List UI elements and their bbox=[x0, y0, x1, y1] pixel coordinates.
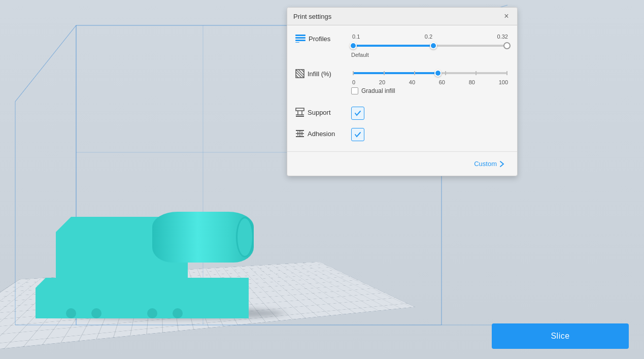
adhesion-control bbox=[351, 128, 509, 141]
svg-line-18 bbox=[298, 70, 304, 75]
print-settings-panel: Print settings × Profiles 0.1 0.2 bbox=[287, 7, 518, 176]
profiles-default-label: Default bbox=[351, 52, 509, 58]
infill-ticks: 0 20 40 60 80 100 bbox=[351, 79, 509, 85]
gradual-infill-label: Gradual infill bbox=[361, 87, 395, 94]
profiles-ticks: 0.1 0.2 0.32 bbox=[351, 34, 509, 40]
profiles-control: 0.1 0.2 0.32 Default bbox=[351, 34, 509, 58]
support-label: Support bbox=[308, 109, 331, 116]
profiles-tick-3: 0.32 bbox=[497, 34, 508, 40]
panel-header: Print settings × bbox=[287, 8, 517, 25]
slice-button[interactable]: Slice bbox=[492, 323, 629, 349]
support-control bbox=[351, 107, 509, 120]
svg-line-17 bbox=[296, 72, 301, 78]
gradual-infill-checkbox[interactable] bbox=[351, 87, 358, 94]
profiles-row: Profiles 0.1 0.2 0.32 bbox=[295, 34, 509, 58]
support-label-container: Support bbox=[295, 107, 351, 117]
infill-tick-100: 100 bbox=[499, 79, 508, 85]
infill-label: Infill (%) bbox=[308, 70, 331, 78]
support-checkmark-icon bbox=[354, 110, 361, 117]
adhesion-checkmark-icon bbox=[354, 131, 361, 138]
infill-row: Infill (%) bbox=[295, 68, 509, 96]
chevron-right-icon bbox=[499, 161, 505, 167]
svg-rect-14 bbox=[295, 42, 299, 43]
profiles-thumb-left[interactable] bbox=[350, 42, 357, 49]
adhesion-label-container: Adhesion bbox=[295, 128, 351, 138]
close-button[interactable]: × bbox=[502, 12, 511, 21]
support-row: Support bbox=[295, 107, 509, 120]
infill-control: 0 20 40 60 80 100 Gradual infill bbox=[351, 68, 509, 94]
profiles-slider-container[interactable] bbox=[353, 42, 507, 50]
adhesion-checkbox[interactable] bbox=[351, 128, 364, 141]
infill-slider-container[interactable] bbox=[353, 69, 507, 77]
adhesion-icon bbox=[295, 129, 304, 138]
profiles-label: Profiles bbox=[309, 35, 330, 43]
infill-tick-20: 20 bbox=[379, 79, 385, 85]
profiles-thumb-right[interactable] bbox=[503, 42, 511, 49]
svg-rect-12 bbox=[295, 37, 306, 39]
custom-button-label: Custom bbox=[474, 160, 497, 168]
panel-title: Print settings bbox=[293, 13, 331, 20]
svg-rect-11 bbox=[295, 35, 306, 36]
panel-body: Profiles 0.1 0.2 0.32 bbox=[287, 25, 517, 152]
profiles-tick-2: 0.2 bbox=[425, 34, 432, 40]
custom-button[interactable]: Custom bbox=[470, 158, 509, 170]
gradual-infill-row: Gradual infill bbox=[351, 87, 509, 94]
profiles-icon bbox=[295, 35, 306, 43]
infill-tick-40: 40 bbox=[409, 79, 415, 85]
infill-label-container: Infill (%) bbox=[295, 68, 351, 78]
infill-tick-80: 80 bbox=[469, 79, 475, 85]
profiles-thumb-middle[interactable] bbox=[430, 42, 437, 49]
support-checkbox[interactable] bbox=[351, 107, 364, 120]
infill-icon bbox=[295, 69, 304, 78]
support-icon bbox=[295, 108, 304, 117]
profiles-label-container: Profiles bbox=[295, 34, 351, 43]
svg-rect-13 bbox=[295, 40, 306, 41]
profiles-tick-1: 0.1 bbox=[352, 34, 360, 40]
svg-rect-21 bbox=[296, 108, 304, 111]
adhesion-row: Adhesion bbox=[295, 128, 509, 141]
infill-tick-0: 0 bbox=[352, 79, 355, 85]
grid-floor bbox=[0, 262, 415, 359]
svg-line-3 bbox=[15, 25, 76, 102]
infill-tick-60: 60 bbox=[439, 79, 445, 85]
adhesion-label: Adhesion bbox=[308, 130, 335, 138]
infill-thumb[interactable] bbox=[434, 70, 442, 77]
panel-footer: Custom bbox=[287, 152, 517, 176]
